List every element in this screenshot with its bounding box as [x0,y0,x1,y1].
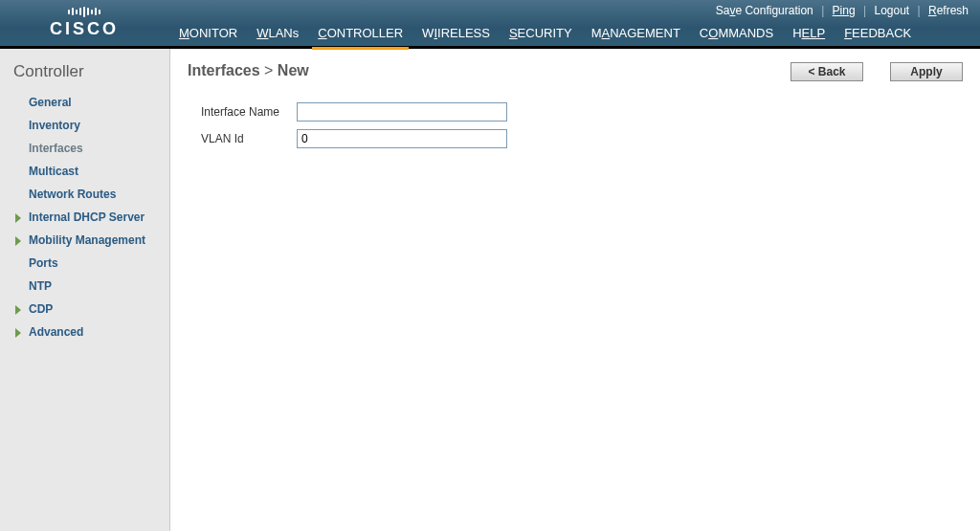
sidebar-item-inventory[interactable]: Inventory [0,114,169,137]
sidebar-item-mobility-management[interactable]: Mobility Management [0,229,169,252]
separator-icon: | [918,4,921,17]
content-area: < Back Apply Interfaces > New Interface … [170,49,980,531]
apply-button[interactable]: Apply [890,62,963,81]
top-bar: CISCO Save Configuration | Ping | Logout… [0,0,980,49]
nav-commands[interactable]: COMMANDS [700,26,773,42]
vlan-id-label: VLAN Id [188,132,297,145]
sidebar-item-ports[interactable]: Ports [0,252,169,275]
action-buttons: < Back Apply [791,62,963,81]
nav-management[interactable]: MANAGEMENT [591,26,680,42]
nav-wlans[interactable]: WLANs [256,26,299,42]
sidebar: Controller General Inventory Interfaces … [0,49,170,531]
sidebar-item-label: Mobility Management [29,233,145,247]
sidebar-item-network-routes[interactable]: Network Routes [0,183,169,206]
form-row-interface-name: Interface Name [188,102,963,122]
interface-name-input[interactable] [297,102,507,122]
form-row-vlan-id: VLAN Id [188,129,963,148]
nav-controller[interactable]: CONTROLLER [318,26,403,42]
sidebar-title: Controller [0,60,169,91]
sidebar-item-label: CDP [29,302,53,316]
sidebar-item-label: General [29,96,72,109]
refresh-link[interactable]: Refresh [928,4,969,17]
logout-link[interactable]: Logout [874,4,909,17]
sidebar-item-internal-dhcp-server[interactable]: Internal DHCP Server [0,206,169,229]
nav-help[interactable]: HELP [792,26,825,42]
utility-links: Save Configuration | Ping | Logout | Ref… [716,4,969,17]
sidebar-item-label: Interfaces [29,142,83,155]
sidebar-item-cdp[interactable]: CDP [0,298,169,321]
nav-feedback[interactable]: FEEDBACK [844,26,911,42]
interface-name-label: Interface Name [188,105,297,119]
sidebar-item-label: Advanced [29,325,83,339]
vlan-id-input[interactable] [297,129,507,148]
sidebar-item-multicast[interactable]: Multicast [0,160,169,183]
sidebar-item-ntp[interactable]: NTP [0,275,169,298]
separator-icon: | [821,4,824,17]
nav-wireless[interactable]: WIIRELESS [422,26,490,42]
sidebar-item-label: Network Routes [29,188,116,201]
nav-security[interactable]: SECURITY [509,26,572,42]
cisco-logo: CISCO [50,5,119,39]
main-layout: Controller General Inventory Interfaces … [0,49,980,531]
cisco-logo-text: CISCO [50,19,119,39]
separator-icon: | [863,4,866,17]
sidebar-item-general[interactable]: General [0,91,169,114]
sidebar-list: General Inventory Interfaces Multicast N… [0,91,169,343]
nav-monitor[interactable]: MONITOR [179,26,237,42]
sidebar-item-label: NTP [29,279,52,293]
main-nav: MONITOR WLANs CONTROLLER WIIRELESS SECUR… [179,26,911,42]
breadcrumb-sep: > [260,62,278,78]
sidebar-item-label: Inventory [29,119,80,132]
sidebar-item-interfaces[interactable]: Interfaces [0,137,169,160]
breadcrumb-root: Interfaces [188,62,260,78]
sidebar-item-label: Multicast [29,165,78,178]
save-configuration-link[interactable]: Save Configuration [716,4,813,17]
sidebar-item-label: Ports [29,256,58,270]
ping-link[interactable]: Ping [833,4,856,17]
breadcrumb-leaf: New [278,62,309,78]
back-button[interactable]: < Back [791,62,863,81]
sidebar-item-label: Internal DHCP Server [29,210,145,224]
sidebar-item-advanced[interactable]: Advanced [0,321,169,343]
cisco-logo-bars [50,5,119,18]
